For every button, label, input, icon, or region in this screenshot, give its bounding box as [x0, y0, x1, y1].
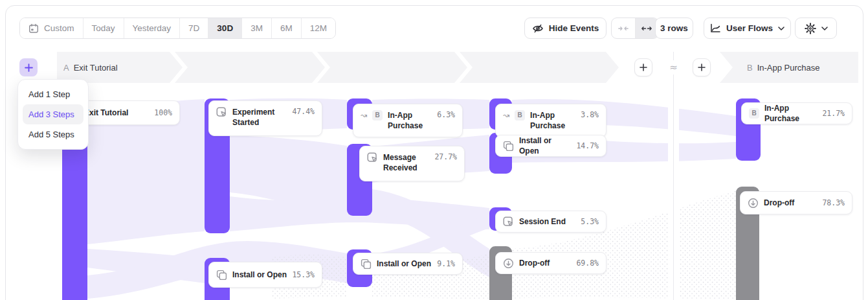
- node-label: In-App Purchase: [530, 110, 570, 131]
- node-card-experiment-started[interactable]: Experiment Started 47.4%: [208, 100, 322, 136]
- date-range-label: Today: [92, 23, 115, 33]
- date-range-label: 30D: [217, 23, 233, 33]
- node-percent: 47.4%: [292, 107, 315, 116]
- node-label: Drop-off: [764, 198, 794, 208]
- chevron-down-icon: [821, 27, 828, 30]
- node-label: Experiment Started: [232, 107, 287, 128]
- node-percent: 15.3%: [292, 270, 315, 279]
- plus-icon: [25, 63, 33, 72]
- drop-off-icon: [503, 258, 514, 269]
- hide-events-button[interactable]: Hide Events: [524, 17, 606, 39]
- event-icon: [216, 107, 227, 118]
- date-range-label: 6M: [280, 23, 293, 33]
- date-range-30d[interactable]: 30D: [208, 18, 242, 38]
- approx-separator: ≈: [665, 60, 682, 75]
- node-card-in-app-purchase-21[interactable]: B In-App Purchase 21.7%: [741, 102, 852, 124]
- date-range-3m[interactable]: 3M: [242, 18, 272, 38]
- node-card-exit-tutorial[interactable]: Exit Tutorial 100%: [76, 100, 180, 125]
- add-step-button[interactable]: [19, 58, 38, 76]
- add-step-menu: Add 1 Step Add 3 Steps Add 5 Steps: [17, 79, 89, 150]
- settings-button[interactable]: [795, 17, 837, 39]
- node-label: Message Received: [383, 152, 427, 173]
- step-b-badge: B: [749, 108, 759, 119]
- step-b-badge: B: [515, 110, 525, 121]
- node-label: Install or Open: [377, 259, 431, 269]
- copy-icon: [503, 141, 514, 152]
- node-percent: 21.7%: [822, 109, 845, 118]
- node-card-in-app-purchase-6[interactable]: ↝ B In-App Purchase 6.3%: [353, 104, 463, 137]
- step-a-label: Exit Tutorial: [74, 63, 118, 73]
- hide-events-label: Hide Events: [549, 23, 599, 33]
- date-range-6m[interactable]: 6M: [272, 18, 302, 38]
- date-range-today[interactable]: Today: [83, 18, 124, 38]
- step-header-band: [0, 0, 868, 91]
- node-card-install-or-open-14[interactable]: Install or Open 14.7%: [495, 135, 606, 157]
- date-range-7d[interactable]: 7D: [180, 18, 208, 38]
- node-label: In-App Purchase: [764, 103, 817, 124]
- add-step-after-button[interactable]: [693, 58, 711, 76]
- date-range-label: 7D: [188, 23, 199, 33]
- node-label: Session End: [519, 216, 566, 227]
- eye-off-icon: [532, 23, 544, 34]
- node-percent: 6.3%: [437, 110, 455, 119]
- node-card-install-or-open-9[interactable]: Install or Open 9.1%: [353, 253, 463, 275]
- drop-off-icon: [748, 198, 759, 209]
- plus-icon: [640, 63, 647, 71]
- date-range-label: Yesterday: [133, 23, 172, 33]
- calendar-icon: [28, 23, 39, 34]
- menu-item-add-1-step[interactable]: Add 1 Step: [23, 84, 83, 104]
- user-flows-panel: A Exit Tutorial B In-App Purchase ≈ Exit…: [0, 0, 868, 300]
- node-card-drop-off-78[interactable]: Drop-off 78.3%: [740, 191, 852, 214]
- rows-label: 3 rows: [660, 23, 688, 33]
- chevron-down-icon: [778, 27, 785, 30]
- rows-button[interactable]: 3 rows: [655, 17, 693, 39]
- gear-icon: [805, 23, 816, 34]
- node-percent: 14.7%: [576, 141, 599, 150]
- node-percent: 5.3%: [581, 217, 599, 226]
- jump-arrow-icon: ↝: [361, 110, 367, 121]
- date-range-label: 3M: [250, 23, 263, 33]
- event-icon: [367, 152, 378, 163]
- node-card-message-received[interactable]: Message Received 27.7%: [359, 146, 465, 181]
- node-card-in-app-purchase-3[interactable]: ↝ B In-App Purchase 3.8%: [495, 104, 606, 137]
- expand-arrows-icon: [641, 25, 652, 32]
- step-a-letter: A: [63, 63, 69, 73]
- node-card-session-end[interactable]: Session End 5.3%: [495, 211, 606, 233]
- plus-icon: [698, 63, 706, 71]
- node-percent: 3.8%: [581, 110, 599, 119]
- step-b-badge: B: [372, 110, 383, 121]
- node-label: Drop-off: [519, 258, 550, 268]
- date-range-label: Custom: [44, 23, 74, 33]
- collapse-columns-button[interactable]: [612, 18, 635, 38]
- node-percent: 27.7%: [434, 152, 457, 161]
- date-range-custom[interactable]: Custom: [20, 18, 83, 38]
- add-step-before-button[interactable]: [634, 58, 652, 76]
- menu-item-add-5-steps[interactable]: Add 5 Steps: [23, 124, 83, 144]
- node-label: In-App Purchase: [388, 110, 428, 131]
- step-b-header[interactable]: B In-App Purchase: [747, 52, 820, 83]
- flow-chart-icon: [710, 23, 721, 33]
- node-card-install-or-open-15[interactable]: Install or Open 15.3%: [208, 262, 322, 288]
- date-range-group: Custom Today Yesterday 7D 30D 3M 6M 12M: [19, 17, 336, 39]
- node-label: Install or Open: [519, 135, 571, 156]
- step-b-label: In-App Purchase: [757, 63, 820, 73]
- node-percent: 100%: [154, 108, 172, 117]
- step-a-header[interactable]: A Exit Tutorial: [63, 52, 118, 83]
- view-selector-label: User Flows: [726, 23, 773, 33]
- node-card-drop-off-69[interactable]: Drop-off 69.8%: [495, 252, 606, 274]
- jump-arrow-icon: ↝: [503, 110, 509, 121]
- node-label: Install or Open: [232, 270, 287, 280]
- date-range-label: 12M: [310, 23, 327, 33]
- step-b-letter: B: [747, 63, 753, 73]
- menu-item-add-3-steps[interactable]: Add 3 Steps: [23, 104, 83, 124]
- node-percent: 9.1%: [437, 259, 455, 268]
- section-separator-line: [673, 52, 674, 300]
- copy-icon: [216, 270, 227, 281]
- node-label: Exit Tutorial: [84, 108, 128, 118]
- view-selector-button[interactable]: User Flows: [704, 17, 791, 39]
- node-percent: 69.8%: [576, 259, 599, 268]
- event-icon: [503, 216, 514, 227]
- date-range-12m[interactable]: 12M: [302, 18, 335, 38]
- node-percent: 78.3%: [822, 198, 845, 207]
- date-range-yesterday[interactable]: Yesterday: [124, 18, 181, 38]
